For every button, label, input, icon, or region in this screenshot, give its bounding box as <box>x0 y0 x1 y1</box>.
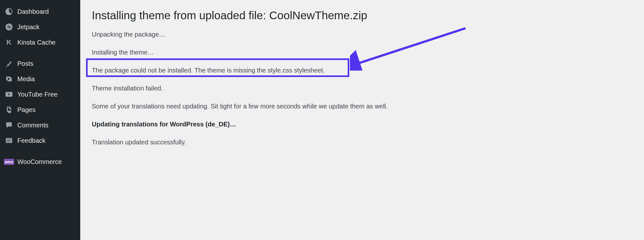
sidebar-item-youtube-free[interactable]: YouTube Free <box>0 87 80 102</box>
media-icon <box>4 74 13 83</box>
sidebar-item-pages[interactable]: Pages <box>0 102 80 117</box>
install-log-line: Some of your translations need updating.… <box>92 101 632 111</box>
sidebar-item-label: Media <box>17 75 35 83</box>
feedback-icon <box>4 136 13 145</box>
install-log-line: Updating translations for WordPress (de_… <box>92 119 632 129</box>
sidebar-item-jetpack[interactable]: Jetpack <box>0 19 80 35</box>
sidebar-item-label: Feedback <box>17 137 46 144</box>
jetpack-icon <box>4 22 13 31</box>
pages-icon <box>4 105 13 114</box>
install-log-line: Unpacking the package… <box>92 30 632 39</box>
admin-sidebar: DashboardJetpackKKinsta CachePostsMediaY… <box>0 0 80 240</box>
install-log: Unpacking the package…Installing the the… <box>92 30 632 147</box>
sidebar-item-woocommerce[interactable]: wooWooCommerce <box>0 154 80 169</box>
svg-point-0 <box>5 23 13 30</box>
sidebar-item-label: Dashboard <box>17 8 49 15</box>
youtube-icon <box>4 90 13 99</box>
sidebar-item-label: YouTube Free <box>17 91 57 98</box>
install-log-line: Translation updated successfully. <box>92 137 632 147</box>
install-log-line: Installing the theme… <box>92 47 632 57</box>
sidebar-item-kinsta-cache[interactable]: KKinsta Cache <box>0 35 80 50</box>
sidebar-item-media[interactable]: Media <box>0 71 80 87</box>
install-error-line: The package could not be installed. The … <box>92 65 632 75</box>
comments-icon <box>4 121 13 130</box>
main-content: Installing theme from uploaded file: Coo… <box>80 0 644 240</box>
sidebar-item-comments[interactable]: Comments <box>0 117 80 133</box>
dashboard-icon <box>4 7 13 16</box>
sidebar-item-label: Jetpack <box>17 23 39 31</box>
sidebar-item-label: WooCommerce <box>17 158 62 166</box>
sidebar-item-label: Pages <box>17 106 36 114</box>
sidebar-item-feedback[interactable]: Feedback <box>0 133 80 148</box>
sidebar-item-posts[interactable]: Posts <box>0 56 80 71</box>
page-title: Installing theme from uploaded file: Coo… <box>92 9 632 22</box>
sidebar-item-label: Kinsta Cache <box>17 39 56 46</box>
install-log-line: Theme installation failed. <box>92 83 632 93</box>
sidebar-item-dashboard[interactable]: Dashboard <box>0 4 80 19</box>
woo-icon: woo <box>4 157 13 166</box>
sidebar-item-label: Posts <box>17 60 33 67</box>
sidebar-item-label: Comments <box>17 122 48 129</box>
kinsta-icon: K <box>4 38 13 47</box>
pin-icon <box>4 59 13 68</box>
